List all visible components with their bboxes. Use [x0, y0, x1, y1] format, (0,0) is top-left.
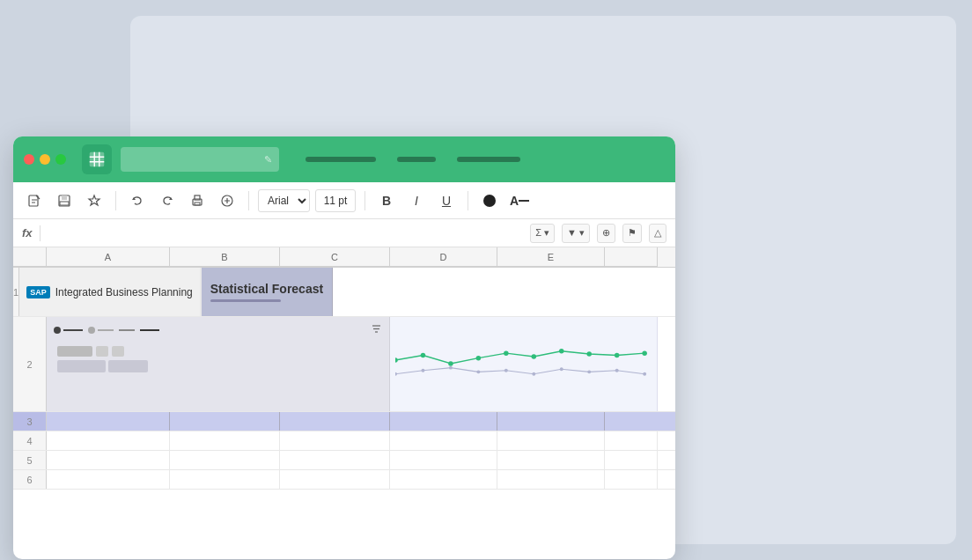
filter-icon[interactable] [371, 322, 382, 338]
underline-button[interactable]: U [434, 188, 459, 213]
ctrl-block-2 [96, 346, 108, 357]
green-dot-7 [559, 349, 564, 354]
cell-c-6[interactable] [280, 470, 390, 489]
grey-dot-3 [449, 366, 453, 370]
svg-rect-5 [29, 195, 38, 206]
cell-e-4[interactable] [497, 431, 605, 450]
cell-d-6[interactable] [390, 470, 497, 489]
export-icon [27, 194, 41, 208]
svg-marker-11 [89, 195, 99, 205]
nav-item-1[interactable] [306, 157, 376, 162]
filter-row-1 [57, 346, 379, 357]
cell-d-3[interactable] [390, 412, 497, 431]
divider-2 [248, 191, 249, 210]
cell-c-3[interactable] [280, 412, 390, 431]
flag-button[interactable]: ⚑ [622, 224, 642, 243]
cell-b-4[interactable] [170, 431, 280, 450]
save-button[interactable] [52, 188, 77, 213]
stat-forecast-title: Statistical Forecast [210, 282, 323, 296]
undo-icon [130, 194, 144, 208]
chart-legend [54, 322, 382, 338]
cell-f-3[interactable] [605, 412, 658, 431]
filter-row-2 [57, 360, 379, 372]
text-color-button[interactable] [477, 188, 502, 213]
formula-input[interactable] [48, 227, 524, 239]
row-num-1: 1 [13, 268, 19, 316]
green-dot-9 [615, 353, 620, 358]
table-row: 3 [13, 412, 675, 431]
col-header-b[interactable]: B [170, 247, 280, 267]
bold-button[interactable]: B [374, 188, 399, 213]
cell-f-6[interactable] [605, 470, 658, 489]
cell-a-4[interactable] [47, 431, 170, 450]
cell-e-6[interactable] [497, 470, 605, 489]
redo-icon [160, 194, 174, 208]
warning-button[interactable]: △ [649, 224, 666, 243]
redo-button[interactable] [155, 188, 180, 213]
legend-dot-2 [88, 327, 95, 334]
sheet-body: 1 SAP Integrated Business Planning Stati… [13, 268, 675, 559]
cell-b-5[interactable] [170, 451, 280, 469]
row-num-5: 5 [13, 451, 47, 469]
sum-button[interactable]: Σ ▾ [530, 224, 555, 243]
stat-forecast-underline [210, 299, 281, 302]
legend-item-3 [119, 329, 135, 331]
title-search-bar[interactable]: ✎ [121, 147, 279, 172]
cell-chart-controls [47, 317, 390, 411]
cell-e-5[interactable] [497, 451, 605, 469]
cell-a-3[interactable] [47, 412, 170, 431]
row-num-6: 6 [13, 470, 47, 489]
title-search-input[interactable] [128, 153, 264, 166]
spreadsheet: A B C D E 1 SAP Integrated Business Plan… [13, 247, 675, 559]
ctrl-block-1 [57, 346, 92, 357]
traffic-lights [24, 154, 66, 165]
star-button[interactable] [82, 188, 107, 213]
formula-divider [40, 225, 40, 241]
col-header-c[interactable]: C [280, 247, 390, 267]
grey-dot-7 [560, 367, 563, 371]
col-header-d[interactable]: D [390, 247, 497, 267]
cell-ibp: SAP Integrated Business Planning [19, 268, 201, 316]
italic-button[interactable]: I [404, 188, 429, 213]
cell-b-6[interactable] [170, 470, 280, 489]
cell-a-6[interactable] [47, 470, 170, 489]
cell-a-5[interactable] [47, 451, 170, 469]
cell-chart-right [390, 317, 658, 411]
cell-d-5[interactable] [390, 451, 497, 469]
cell-f-5[interactable] [605, 451, 658, 469]
font-family-select[interactable]: Arial [258, 189, 310, 212]
star-icon [87, 194, 101, 208]
font-size-input[interactable] [315, 189, 356, 212]
cell-c-4[interactable] [280, 431, 390, 450]
formula-button[interactable] [215, 188, 239, 213]
table-row: 5 [13, 451, 675, 470]
cell-c-5[interactable] [280, 451, 390, 469]
cell-d-4[interactable] [390, 431, 497, 450]
filter-formula-button[interactable]: ▼ ▾ [562, 224, 590, 243]
table-row: 6 [13, 470, 675, 490]
undo-button[interactable] [125, 188, 150, 213]
globe-button[interactable]: ⊕ [597, 224, 615, 243]
col-header-e[interactable]: E [497, 247, 605, 267]
cell-e-3[interactable] [497, 412, 605, 431]
col-header-a[interactable]: A [47, 247, 170, 267]
maximize-button[interactable] [55, 154, 66, 165]
export-button[interactable] [22, 188, 47, 213]
nav-item-3[interactable] [457, 157, 520, 162]
edit-icon: ✎ [264, 154, 272, 166]
app-window: ✎ [13, 136, 675, 559]
formula-bar: fx Σ ▾ ▼ ▾ ⊕ ⚑ △ [13, 219, 675, 247]
fx-label: fx [22, 226, 33, 239]
green-dot-6 [532, 354, 537, 359]
font-color-button[interactable]: A [507, 188, 532, 213]
divider-1 [115, 191, 116, 210]
cell-b-3[interactable] [170, 412, 280, 431]
print-button[interactable] [185, 188, 210, 213]
title-bar: ✎ [13, 136, 675, 182]
legend-line-1 [63, 329, 83, 331]
spreadsheet-icon [87, 150, 107, 169]
minimize-button[interactable] [40, 154, 50, 165]
close-button[interactable] [24, 154, 34, 165]
nav-item-2[interactable] [397, 157, 436, 162]
cell-f-4[interactable] [605, 431, 658, 450]
